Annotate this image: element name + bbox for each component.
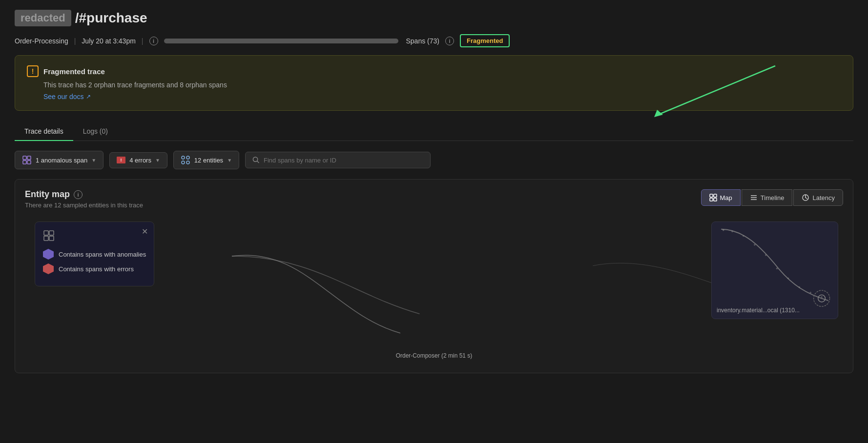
search-container bbox=[245, 152, 431, 168]
error-icon: ! bbox=[117, 157, 125, 163]
svg-rect-5 bbox=[27, 161, 31, 164]
view-btn-map[interactable]: Map bbox=[701, 189, 741, 206]
header-title-row: redacted /#purchase bbox=[15, 10, 853, 26]
legend-popup: ✕ Contains spans with anomalies Contains… bbox=[35, 222, 154, 286]
svg-point-31 bbox=[754, 244, 756, 246]
svg-rect-2 bbox=[23, 156, 26, 160]
spans-label: Spans (73) bbox=[406, 37, 439, 45]
page-title: /#purchase bbox=[75, 10, 147, 26]
anomalous-chevron: ▼ bbox=[91, 158, 96, 163]
inventory-viz bbox=[717, 222, 833, 314]
view-buttons: Map Timeline Latency bbox=[701, 189, 844, 206]
tab-logs[interactable]: Logs (0) bbox=[73, 122, 118, 141]
svg-point-36 bbox=[809, 292, 811, 294]
fragmented-banner: ! Fragmented trace This trace has 2 orph… bbox=[15, 55, 853, 111]
svg-rect-15 bbox=[714, 194, 717, 197]
svg-point-28 bbox=[723, 229, 724, 231]
entities-icon bbox=[181, 155, 190, 165]
svg-point-37 bbox=[821, 296, 823, 298]
banner-description: This trace has 2 orphan trace fragments … bbox=[43, 81, 841, 89]
tabs-row: Trace details Logs (0) bbox=[15, 122, 853, 141]
divider-1: | bbox=[74, 37, 76, 45]
error-hex-icon bbox=[43, 263, 54, 274]
banner-title-row: ! Fragmented trace bbox=[27, 65, 841, 77]
svg-rect-24 bbox=[44, 231, 48, 235]
errors-chevron: ▼ bbox=[155, 158, 160, 163]
duration-bar bbox=[164, 39, 398, 43]
svg-text:!: ! bbox=[121, 158, 122, 162]
svg-point-30 bbox=[743, 235, 744, 237]
inventory-label: inventory.material...ocal (1310... bbox=[717, 307, 800, 314]
anomalous-icon bbox=[22, 155, 32, 165]
svg-point-32 bbox=[765, 254, 767, 256]
svg-rect-3 bbox=[27, 156, 31, 160]
svg-rect-4 bbox=[23, 161, 26, 164]
svg-line-23 bbox=[806, 198, 807, 199]
date-info-icon[interactable]: i bbox=[149, 37, 158, 45]
trace-date: July 20 at 3:43pm bbox=[82, 37, 136, 45]
legend-grid-icon bbox=[43, 230, 146, 243]
svg-point-35 bbox=[799, 286, 801, 288]
legend-close-button[interactable]: ✕ bbox=[142, 227, 148, 236]
order-composer-label: Order-Composer (2 min 51 s) bbox=[396, 352, 473, 359]
svg-rect-16 bbox=[710, 198, 713, 201]
view-btn-latency[interactable]: Latency bbox=[793, 189, 843, 206]
search-input[interactable] bbox=[264, 157, 423, 164]
banner-docs-link[interactable]: See our docs ↗ bbox=[43, 93, 841, 101]
legend-error-item: Contains spans with errors bbox=[43, 263, 146, 274]
anomaly-hex-icon bbox=[43, 249, 54, 260]
errors-filter-button[interactable]: ! 4 errors ▼ bbox=[109, 152, 167, 168]
entity-map-title: Entity map i bbox=[25, 189, 143, 200]
legend-anomaly-item: Contains spans with anomalies bbox=[43, 249, 146, 260]
svg-rect-25 bbox=[49, 231, 54, 235]
svg-marker-1 bbox=[654, 110, 663, 117]
entities-filter-button[interactable]: 12 entities ▼ bbox=[173, 151, 239, 169]
svg-rect-17 bbox=[714, 198, 717, 201]
svg-line-13 bbox=[257, 161, 259, 162]
legend-icon bbox=[43, 230, 55, 242]
svg-point-29 bbox=[731, 231, 733, 233]
anomalous-filter-button[interactable]: 1 anomalous span ▼ bbox=[15, 151, 103, 169]
entity-map-info-icon[interactable]: i bbox=[74, 190, 83, 199]
svg-point-9 bbox=[186, 156, 189, 159]
map-canvas: ✕ Contains spans with anomalies Contains… bbox=[25, 217, 843, 363]
service-name: Order-Processing bbox=[15, 37, 68, 45]
svg-rect-27 bbox=[49, 236, 54, 241]
page-container: redacted /#purchase Order-Processing | J… bbox=[0, 0, 868, 443]
filter-row: 1 anomalous span ▼ ! 4 errors ▼ bbox=[15, 151, 853, 169]
svg-point-10 bbox=[182, 161, 185, 164]
search-icon bbox=[252, 156, 260, 164]
warning-icon: ! bbox=[27, 65, 39, 77]
svg-point-33 bbox=[776, 267, 778, 269]
entity-map-header: Entity map i There are 12 sampled entiti… bbox=[25, 189, 843, 209]
svg-point-11 bbox=[186, 161, 189, 164]
entity-map-section: Entity map i There are 12 sampled entiti… bbox=[15, 179, 853, 373]
fragmented-badge[interactable]: Fragmented bbox=[460, 34, 510, 47]
inventory-panel: inventory.material...ocal (1310... bbox=[711, 222, 838, 319]
latency-icon bbox=[802, 194, 809, 201]
map-icon bbox=[709, 194, 717, 201]
banner-title: Fragmented trace bbox=[43, 67, 105, 76]
spans-info-icon[interactable]: i bbox=[445, 37, 454, 45]
svg-rect-14 bbox=[710, 194, 713, 197]
external-link-icon: ↗ bbox=[86, 93, 91, 100]
svg-point-8 bbox=[182, 156, 185, 159]
inventory-inner: inventory.material...ocal (1310... bbox=[712, 222, 838, 319]
tab-trace-details[interactable]: Trace details bbox=[15, 122, 73, 141]
svg-rect-26 bbox=[44, 236, 48, 241]
entity-map-subtitle: There are 12 sampled entities in this tr… bbox=[25, 201, 143, 209]
entities-chevron: ▼ bbox=[227, 158, 232, 163]
subheader: Order-Processing | July 20 at 3:43pm | i… bbox=[15, 34, 853, 47]
entity-map-title-area: Entity map i There are 12 sampled entiti… bbox=[25, 189, 143, 209]
view-btn-timeline[interactable]: Timeline bbox=[742, 189, 793, 206]
timeline-icon bbox=[750, 194, 758, 201]
title-prefix: redacted bbox=[15, 10, 71, 26]
divider-2: | bbox=[142, 37, 144, 45]
svg-point-34 bbox=[787, 278, 789, 280]
